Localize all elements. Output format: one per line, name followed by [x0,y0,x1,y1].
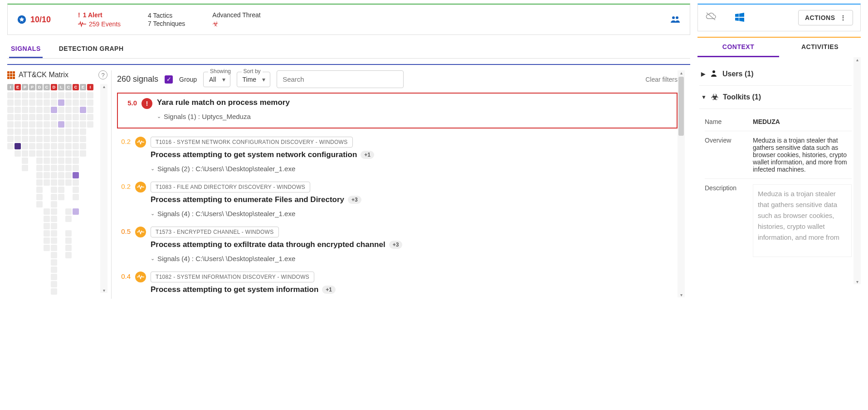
asset-bar: ACTIONS ⋮ [697,4,861,31]
technique-tag[interactable]: T1082 - SYSTEM INFORMATION DISCOVERY - W… [151,272,314,282]
alert-count[interactable]: ! 1 Alert [78,11,121,19]
tactics-count: 4 Tactics [148,12,185,19]
tab-context[interactable]: CONTEXT [697,38,779,57]
chevron-down-icon: ▼ [701,94,707,100]
tab-detection-graph[interactable]: DETECTION GRAPH [57,40,126,58]
signals-scrollbar[interactable]: ▴ ▾ [678,70,685,297]
chevron-down-icon: ⌄ [157,114,161,119]
matrix-tactic-letters: IEPPDCDLCCEI [7,84,100,90]
field-overview-label: Overview [705,137,746,173]
kebab-icon: ⋮ [840,14,847,21]
signal-title: Process attempting to exfiltrate data th… [151,240,678,249]
signal-item[interactable]: 0.5 T1573 - ENCRYPTED CHANNEL - WINDOWS … [117,222,678,267]
signal-subtitle[interactable]: ⌄ Signals (1) : Uptycs_Meduza [157,113,671,120]
signals-count: 260 signals [117,74,158,84]
count-badge: +1 [322,286,336,294]
clear-filters[interactable]: Clear filters [645,76,678,83]
biohazard-icon: ☣ [212,20,260,28]
group-checkbox[interactable]: ✓ [165,75,173,84]
signals-toolbar: 260 signals ✓ Group Showing All Sort by … [117,70,678,88]
count-badge: +3 [389,241,403,249]
severity-icon [135,227,146,237]
users-icon[interactable] [670,15,681,25]
search-input[interactable] [277,70,404,88]
signal-item[interactable]: 0.4 T1082 - SYSTEM INFORMATION DISCOVERY… [117,267,678,299]
matrix-scrollbar[interactable]: ▴ ▾ [100,84,107,293]
signal-subtitle[interactable]: ⌄ Signals (4) : C:\Users\ \Desktop\steal… [151,255,678,262]
tab-signals[interactable]: SIGNALS [9,40,43,58]
chevron-down-icon: ⌄ [151,211,155,217]
pulse-icon [78,21,86,27]
signal-title: Process attempting to get system informa… [151,285,678,294]
field-name-label: Name [705,118,746,125]
star-badge-icon [17,15,27,25]
signal-score: 5.0 [123,98,137,107]
severity-icon [135,137,146,148]
field-name-value: MEDUZA [753,118,852,125]
count-badge: +3 [348,196,361,204]
signal-subtitle[interactable]: ⌄ Signals (2) : C:\Users\ \Desktop\steal… [151,165,678,173]
threat-label: Advanced Threat [212,11,260,19]
alert-icon: ! [78,11,80,19]
threat-score: 10/10 [17,15,51,25]
signal-subtitle[interactable]: ⌄ Signals (4) : C:\Users\ \Desktop\steal… [151,210,678,217]
cloud-off-icon [705,12,717,24]
chevron-down-icon: ⌄ [151,166,155,172]
severity-icon [135,272,146,282]
severity-icon [135,182,146,193]
svg-point-2 [676,16,678,19]
svg-point-1 [672,16,675,19]
attack-matrix-title: ATT&CK Matrix [19,71,68,79]
technique-tag[interactable]: T1016 - SYSTEM NETWORK CONFIGURATION DIS… [151,137,353,148]
signal-item[interactable]: 0.2 T1083 - FILE AND DIRECTORY DISCOVERY… [117,177,678,222]
help-icon[interactable]: ? [98,70,107,79]
tab-activities[interactable]: ACTIVITIES [779,38,861,57]
description-scrollbox[interactable]: Meduza is a trojan stealer that gathers … [753,184,852,257]
chevron-down-icon: ⌄ [151,256,155,262]
showing-select[interactable]: Showing All [203,72,230,87]
count-badge: +1 [361,151,374,159]
context-scrollbar[interactable]: ▴ ▾ [853,57,861,284]
signal-score: 0.4 [117,272,131,280]
chevron-right-icon: ▶ [701,71,705,77]
field-description-label: Description [705,184,746,257]
main-tabs: SIGNALS DETECTION GRAPH [7,40,690,59]
actions-button[interactable]: ACTIONS ⋮ [798,10,853,25]
summary-bar: 10/10 ! 1 Alert 259 Events 4 Tactics 7 T… [7,4,690,35]
signal-title: Yara rule match on process memory [157,98,671,107]
right-tabs: CONTEXT ACTIVITIES [697,37,861,57]
users-section[interactable]: ▶ Users (1) [699,63,852,86]
technique-tag[interactable]: T1573 - ENCRYPTED CHANNEL - WINDOWS [151,227,279,237]
sort-select[interactable]: Sort by Time [237,72,271,87]
event-count[interactable]: 259 Events [78,20,121,28]
severity-icon: ! [141,98,152,109]
signal-title: Process attempting to get system network… [151,150,678,159]
technique-tag[interactable]: T1083 - FILE AND DIRECTORY DISCOVERY - W… [151,182,310,193]
signal-score: 0.2 [117,182,131,190]
user-icon [710,69,718,79]
signal-score: 0.5 [117,227,131,235]
group-label: Group [179,76,197,83]
windows-icon [735,13,744,23]
toolkit-details: Name MEDUZA Overview Meduza is a trojan … [699,109,852,262]
attack-matrix-grid[interactable] [7,92,100,295]
signal-title: Process attempting to enumerate Files an… [151,195,678,204]
matrix-grid-icon [7,71,15,79]
toolkits-section[interactable]: ▼ ☣ Toolkits (1) [699,86,852,109]
biohazard-icon: ☣ [711,92,718,102]
field-overview-value: Meduza is a trojan stealer that gathers … [753,137,852,173]
signal-item[interactable]: 0.2 T1016 - SYSTEM NETWORK CONFIGURATION… [117,132,678,177]
signal-score: 0.2 [117,137,131,145]
signal-item-highlighted[interactable]: 5.0 ! Yara rule match on process memory … [117,93,678,128]
techniques-count: 7 Techniques [148,20,185,27]
svg-point-4 [712,70,715,73]
